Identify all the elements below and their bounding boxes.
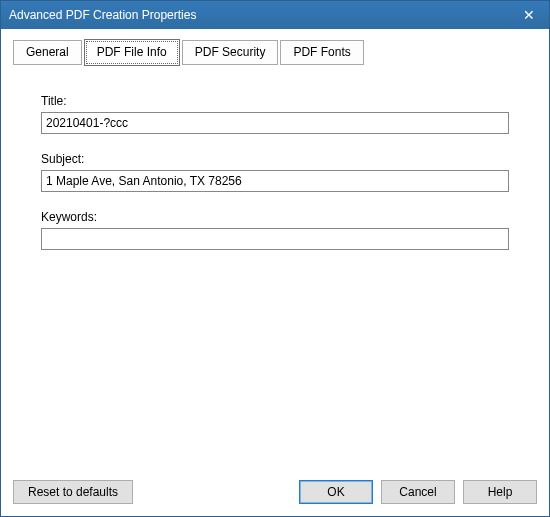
subject-label: Subject: — [41, 152, 509, 166]
keywords-input[interactable] — [41, 228, 509, 250]
reset-to-defaults-button[interactable]: Reset to defaults — [13, 480, 133, 504]
dialog-window: Advanced PDF Creation Properties ✕ Gener… — [0, 0, 550, 517]
title-label: Title: — [41, 94, 509, 108]
tab-panel-file-info: Title: Subject: Keywords: — [13, 66, 537, 462]
cancel-button[interactable]: Cancel — [381, 480, 455, 504]
title-input[interactable] — [41, 112, 509, 134]
client-area: General PDF File Info PDF Security PDF F… — [1, 29, 549, 472]
titlebar: Advanced PDF Creation Properties ✕ — [1, 1, 549, 29]
field-keywords: Keywords: — [41, 210, 509, 250]
subject-input[interactable] — [41, 170, 509, 192]
tab-pdf-security[interactable]: PDF Security — [182, 40, 279, 65]
field-subject: Subject: — [41, 152, 509, 192]
help-button[interactable]: Help — [463, 480, 537, 504]
tab-general[interactable]: General — [13, 40, 82, 65]
ok-button[interactable]: OK — [299, 480, 373, 504]
button-bar: Reset to defaults OK Cancel Help — [1, 472, 549, 516]
tab-pdf-fonts[interactable]: PDF Fonts — [280, 40, 363, 65]
keywords-label: Keywords: — [41, 210, 509, 224]
tab-strip: General PDF File Info PDF Security PDF F… — [13, 39, 537, 66]
close-button[interactable]: ✕ — [509, 1, 549, 29]
close-icon: ✕ — [523, 7, 535, 23]
window-title: Advanced PDF Creation Properties — [9, 8, 509, 22]
tab-pdf-file-info[interactable]: PDF File Info — [84, 39, 180, 66]
field-title: Title: — [41, 94, 509, 134]
